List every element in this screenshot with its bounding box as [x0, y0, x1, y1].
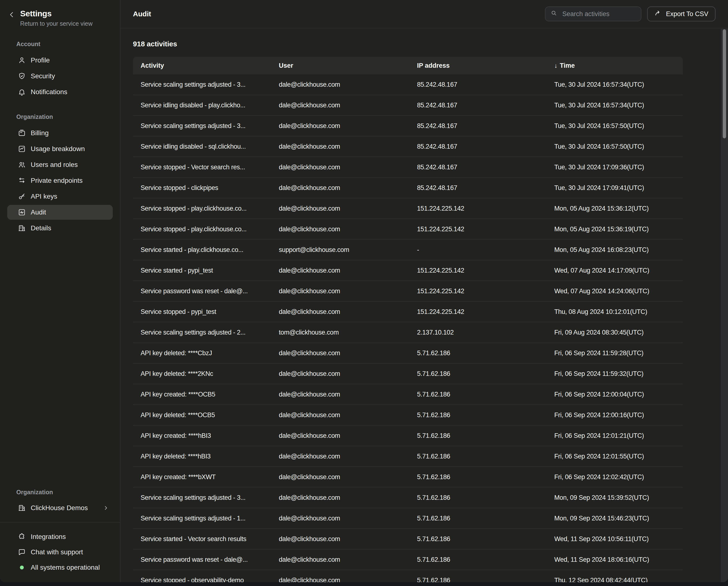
- table-row[interactable]: Service stopped - clickpipes dale@clickh…: [133, 178, 683, 198]
- cell-ip: 5.71.62.186: [409, 535, 547, 543]
- user-icon: [18, 56, 26, 64]
- app: Settings Return to your service view Acc…: [0, 0, 728, 586]
- export-csv-button[interactable]: Export To CSV: [647, 6, 716, 21]
- sidebar-item-billing[interactable]: Billing: [7, 126, 113, 141]
- cell-user: dale@clickhouse.com: [271, 577, 409, 582]
- cell-ip: 5.71.62.186: [409, 453, 547, 460]
- sidebar-item-notifications[interactable]: Notifications: [7, 84, 113, 99]
- table-row[interactable]: Service scaling settings adjusted - 3...…: [133, 116, 683, 137]
- table-row[interactable]: API key created: ****hBI3 dale@clickhous…: [133, 425, 683, 446]
- table-row[interactable]: Service scaling settings adjusted - 2...…: [133, 322, 683, 343]
- cell-time: Tue, 30 Jul 2024 16:57:50(UTC): [547, 143, 683, 150]
- cell-activity: Service stopped - Vector search res...: [133, 164, 271, 171]
- table-row[interactable]: API key created: ****bXWT dale@clickhous…: [133, 467, 683, 488]
- scrollbar-thumb[interactable]: [723, 29, 726, 138]
- cell-time: Thu, 08 Aug 2024 10:12:01(UTC): [547, 308, 683, 316]
- cell-time: Mon, 05 Aug 2024 16:08:23(UTC): [547, 246, 683, 253]
- cell-user: dale@clickhouse.com: [271, 143, 409, 150]
- sidebar-item-chat-support[interactable]: Chat with support: [7, 545, 113, 560]
- cell-ip: 5.71.62.186: [409, 577, 547, 582]
- cell-time: Tue, 30 Jul 2024 17:09:36(UTC): [547, 164, 683, 171]
- cell-time: Wed, 07 Aug 2024 14:24:06(UTC): [547, 288, 683, 295]
- sidebar-item-api-keys[interactable]: API keys: [7, 189, 113, 204]
- sidebar-item-details[interactable]: Details: [7, 221, 113, 236]
- table-row[interactable]: Service scaling settings adjusted - 3...…: [133, 74, 683, 95]
- building-icon: [18, 504, 26, 512]
- cell-ip: 151.224.225.142: [409, 288, 547, 295]
- cell-activity: API key created: ****OCB5: [133, 391, 271, 398]
- table-row[interactable]: Service stopped - pypi_test dale@clickho…: [133, 302, 683, 322]
- table-row[interactable]: Service stopped - play.clickhouse.co... …: [133, 219, 683, 240]
- table-row[interactable]: API key deleted: ****hBI3 dale@clickhous…: [133, 446, 683, 467]
- table-row[interactable]: Service password was reset - dale@... da…: [133, 550, 683, 570]
- sidebar-item-integrations[interactable]: Integrations: [7, 529, 113, 544]
- sidebar-item-security[interactable]: Security: [7, 69, 113, 83]
- cell-time: Wed, 11 Sep 2024 10:56:11(UTC): [547, 535, 683, 543]
- cell-user: dale@clickhouse.com: [271, 515, 409, 522]
- table-row[interactable]: Service started - Vector search results …: [133, 529, 683, 550]
- sidebar-item-usage-breakdown[interactable]: Usage breakdown: [7, 142, 113, 156]
- back-button[interactable]: [8, 10, 16, 20]
- org-switcher[interactable]: ClickHouse Demos: [7, 500, 113, 515]
- search-box[interactable]: [545, 6, 641, 21]
- sidebar-item-profile[interactable]: Profile: [7, 53, 113, 68]
- cell-time: Wed, 11 Sep 2024 18:06:16(UTC): [547, 556, 683, 563]
- sidebar-item-private-endpoints[interactable]: Private endpoints: [7, 173, 113, 188]
- column-header-activity[interactable]: Activity: [133, 62, 271, 69]
- cell-user: dale@clickhouse.com: [271, 225, 409, 233]
- column-header-user[interactable]: User: [271, 62, 409, 69]
- table-row[interactable]: API key deleted: ****OCB5 dale@clickhous…: [133, 405, 683, 425]
- sidebar-item-users-and-roles[interactable]: Users and roles: [7, 157, 113, 172]
- table-row[interactable]: API key deleted: ****CbzJ dale@clickhous…: [133, 343, 683, 364]
- cell-ip: 151.224.225.142: [409, 205, 547, 212]
- cell-time: Tue, 30 Jul 2024 17:09:41(UTC): [547, 184, 683, 192]
- cell-time: Fri, 09 Aug 2024 08:30:45(UTC): [547, 329, 683, 336]
- table-row[interactable]: Service idling disabled - sql.clickhou..…: [133, 137, 683, 157]
- cell-ip: 5.71.62.186: [409, 473, 547, 481]
- table-row[interactable]: Service stopped - observability-demo dal…: [133, 570, 683, 582]
- table-body: Service scaling settings adjusted - 3...…: [133, 74, 683, 582]
- sidebar-header: Settings Return to your service view: [0, 0, 120, 27]
- scrollbar-track[interactable]: [721, 29, 728, 582]
- table-row[interactable]: Service scaling settings adjusted - 3...…: [133, 488, 683, 508]
- cell-activity: Service stopped - pypi_test: [133, 308, 271, 316]
- cell-time: Fri, 06 Sep 2024 11:59:28(UTC): [547, 349, 683, 357]
- column-header-time[interactable]: ↓ Time: [547, 62, 683, 69]
- cell-activity: Service idling disabled - sql.clickhou..…: [133, 143, 271, 150]
- cell-user: dale@clickhouse.com: [271, 205, 409, 212]
- export-icon: [654, 9, 661, 19]
- cell-user: dale@clickhouse.com: [271, 494, 409, 502]
- org-switcher-label: Organization: [16, 489, 120, 496]
- sidebar: Settings Return to your service view Acc…: [0, 0, 121, 582]
- divider: [0, 522, 120, 522]
- table-row[interactable]: API key created: ****OCB5 dale@clickhous…: [133, 384, 683, 405]
- cell-ip: 151.224.225.142: [409, 308, 547, 316]
- cell-time: Mon, 05 Aug 2024 15:36:19(UTC): [547, 225, 683, 233]
- table-row[interactable]: Service stopped - Vector search res... d…: [133, 157, 683, 178]
- table-row[interactable]: Service started - pypi_test dale@clickho…: [133, 260, 683, 281]
- chevron-left-icon: [8, 10, 16, 20]
- sidebar-item-audit[interactable]: Audit: [7, 205, 113, 220]
- cell-user: dale@clickhouse.com: [271, 102, 409, 109]
- table-row[interactable]: Service scaling settings adjusted - 1...…: [133, 508, 683, 529]
- table-row[interactable]: Service idling disabled - play.clickho..…: [133, 95, 683, 116]
- cell-activity: Service password was reset - dale@...: [133, 556, 271, 563]
- topbar: Audit Export To CSV: [121, 0, 728, 28]
- table-row[interactable]: Service stopped - play.clickhouse.co... …: [133, 198, 683, 219]
- table-row[interactable]: API key deleted: ****2KNc dale@clickhous…: [133, 364, 683, 384]
- cell-user: dale@clickhouse.com: [271, 184, 409, 192]
- content: 918 activities Activity User IP address …: [121, 28, 728, 582]
- cell-ip: 85.242.48.167: [409, 143, 547, 150]
- search-input[interactable]: [561, 10, 636, 18]
- column-header-ip[interactable]: IP address: [409, 62, 547, 69]
- cell-user: dale@clickhouse.com: [271, 288, 409, 295]
- table-row[interactable]: Service started - play.clickhouse.co... …: [133, 240, 683, 260]
- shield-check-icon: [18, 72, 26, 80]
- cell-time: Fri, 06 Sep 2024 12:00:04(UTC): [547, 391, 683, 398]
- cell-user: dale@clickhouse.com: [271, 308, 409, 316]
- cell-ip: 85.242.48.167: [409, 81, 547, 89]
- return-link[interactable]: Return to your service view: [20, 20, 93, 27]
- table-row[interactable]: Service password was reset - dale@... da…: [133, 281, 683, 302]
- bell-icon: [18, 88, 26, 96]
- sidebar-item-system-status[interactable]: All systems operational: [7, 560, 113, 575]
